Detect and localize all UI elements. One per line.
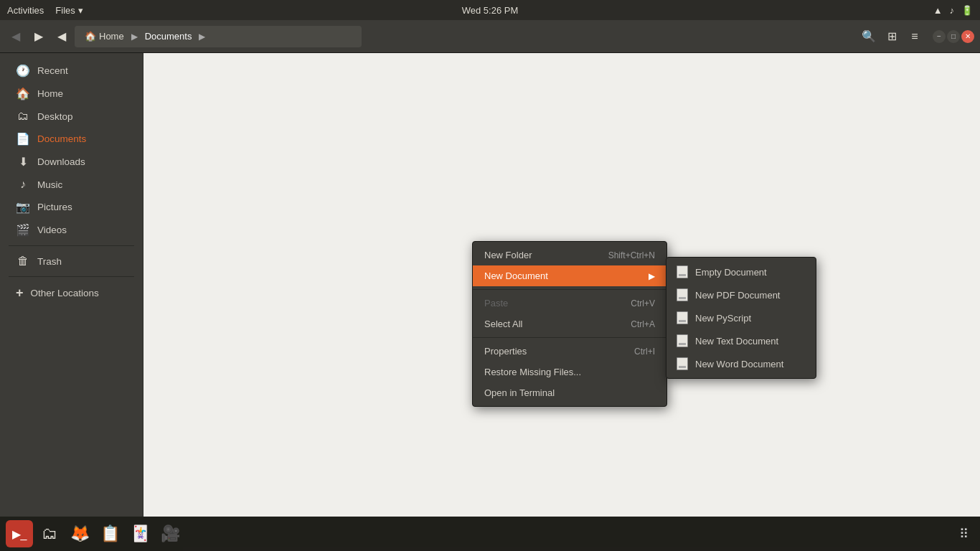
sidebar-recent-label: Recent	[37, 65, 68, 76]
sub-new-pdf[interactable]: New PDF Document	[666, 283, 816, 306]
sub-new-word[interactable]: New Word Document	[666, 352, 816, 375]
taskbar-files[interactable]: 🗂	[36, 520, 63, 547]
battery-icon: 🔋	[961, 5, 973, 16]
ctx-select-all[interactable]: Select All Ctrl+A	[473, 314, 666, 334]
topbar: Activities Files ▾ Wed 5:26 PM ▲ ♪ 🔋	[0, 0, 980, 20]
sidebar-documents-label: Documents	[37, 133, 86, 144]
sub-new-pdf-label: New PDF Document	[695, 290, 780, 301]
ctx-properties[interactable]: Properties Ctrl+I	[473, 341, 666, 362]
sidebar-item-desktop[interactable]: 🗂 Desktop	[4, 105, 138, 127]
taskbar-flashcard[interactable]: 🃏	[126, 520, 154, 547]
ctx-new-document-label: New Document	[484, 270, 548, 281]
search-button[interactable]: 🔍	[858, 26, 880, 47]
home-icon: 🏠	[16, 87, 30, 100]
topbar-datetime: Wed 5:26 PM	[462, 5, 519, 16]
pictures-icon: 📷	[16, 200, 30, 214]
menu-button[interactable]: ≡	[904, 26, 925, 47]
ctx-select-all-shortcut: Ctrl+A	[631, 319, 655, 329]
activities-button[interactable]: Activities	[7, 5, 44, 16]
sidebar-other-locations[interactable]: + Other Locations	[4, 281, 138, 305]
breadcrumb-home-label: Home	[99, 31, 124, 42]
taskbar-notes[interactable]: 📋	[96, 520, 123, 547]
ctx-restore-missing[interactable]: Restore Missing Files...	[473, 362, 666, 382]
window-controls: − □ ✕	[933, 30, 974, 43]
sidebar-item-downloads[interactable]: ⬇ Downloads	[4, 151, 138, 173]
sidebar-item-pictures[interactable]: 📷 Pictures	[4, 196, 138, 218]
add-location-icon: +	[16, 286, 24, 301]
wifi-icon: ▲	[933, 5, 943, 16]
sidebar-trash-label: Trash	[37, 256, 62, 267]
ctx-paste-label: Paste	[484, 298, 508, 309]
sidebar-separator-1	[9, 245, 134, 246]
sub-new-pyscript[interactable]: New PyScript	[666, 306, 816, 329]
sub-new-text-label: New Text Document	[695, 336, 778, 347]
ctx-new-folder-label: New Folder	[484, 250, 532, 260]
trash-icon: 🗑	[16, 255, 30, 268]
sub-new-word-label: New Word Document	[695, 359, 783, 369]
breadcrumb: 🏠 Home ▶ Documents ▶	[75, 26, 362, 47]
main-area: 🕐 Recent 🏠 Home 🗂 Desktop 📄 Documents ⬇ …	[0, 53, 980, 517]
parent-button[interactable]: ◀	[52, 27, 72, 47]
sidebar-downloads-label: Downloads	[37, 156, 85, 167]
file-area[interactable]: Folder is Empty New Folder Shift+Ctrl+N …	[143, 53, 980, 517]
sidebar-separator-2	[9, 276, 134, 277]
minimize-button[interactable]: −	[933, 30, 946, 43]
text-doc-icon	[677, 334, 688, 347]
taskbar-video[interactable]: 🎥	[156, 520, 184, 547]
submenu: Empty Document New PDF Document New PySc…	[666, 257, 816, 379]
forward-button[interactable]: ▶	[29, 27, 49, 47]
files-menu[interactable]: Files ▾	[55, 5, 83, 16]
files-menu-arrow: ▾	[78, 5, 83, 16]
maximize-button[interactable]: □	[947, 30, 960, 43]
sub-new-pyscript-label: New PyScript	[695, 313, 751, 324]
sidebar-home-label: Home	[37, 88, 63, 99]
ctx-properties-shortcut: Ctrl+I	[634, 347, 655, 357]
documents-icon: 📄	[16, 132, 30, 146]
notes-icon: 📋	[100, 524, 120, 543]
sidebar-item-trash[interactable]: 🗑 Trash	[4, 250, 138, 272]
toolbar: ◀ ▶ ◀ 🏠 Home ▶ Documents ▶ 🔍 ⊞ ≡ − □ ✕	[0, 20, 980, 53]
sub-empty-doc[interactable]: Empty Document	[666, 260, 816, 283]
context-menu: New Folder Shift+Ctrl+N New Document ▶ P…	[472, 241, 667, 407]
close-button[interactable]: ✕	[961, 30, 974, 43]
terminal-icon: ▶_	[12, 527, 27, 541]
ctx-new-folder-shortcut: Shift+Ctrl+N	[608, 250, 655, 260]
files-icon: 🗂	[42, 524, 57, 543]
home-icon: 🏠	[85, 31, 96, 42]
sidebar-item-home[interactable]: 🏠 Home	[4, 83, 138, 105]
files-menu-label: Files	[55, 5, 75, 16]
taskbar: ▶_ 🗂 🦊 📋 🃏 🎥 ⠿	[0, 517, 980, 551]
ctx-separator-2	[473, 337, 666, 338]
breadcrumb-documents[interactable]: Documents	[139, 29, 198, 43]
word-doc-icon	[677, 357, 688, 370]
sidebar-item-documents[interactable]: 📄 Documents	[4, 128, 138, 150]
sub-new-text[interactable]: New Text Document	[666, 329, 816, 352]
sub-empty-doc-label: Empty Document	[695, 267, 767, 278]
pyscript-icon	[677, 311, 688, 324]
taskbar-firefox[interactable]: 🦊	[66, 520, 93, 547]
topbar-left: Activities Files ▾	[7, 5, 83, 16]
ctx-open-terminal[interactable]: Open in Terminal	[473, 382, 666, 403]
view-toggle-button[interactable]: ⊞	[881, 26, 903, 47]
desktop-icon: 🗂	[16, 110, 30, 123]
sidebar-videos-label: Videos	[37, 225, 67, 235]
sidebar: 🕐 Recent 🏠 Home 🗂 Desktop 📄 Documents ⬇ …	[0, 53, 143, 517]
ctx-select-all-label: Select All	[484, 319, 522, 329]
sidebar-item-recent[interactable]: 🕐 Recent	[4, 60, 138, 82]
taskbar-terminal[interactable]: ▶_	[6, 520, 33, 547]
back-button[interactable]: ◀	[6, 27, 26, 47]
ctx-new-document[interactable]: New Document ▶	[473, 265, 666, 286]
sidebar-item-videos[interactable]: 🎬 Videos	[4, 219, 138, 241]
firefox-icon: 🦊	[70, 524, 90, 543]
ctx-terminal-label: Open in Terminal	[484, 387, 555, 398]
ctx-paste: Paste Ctrl+V	[473, 293, 666, 314]
app-grid-button[interactable]: ⠿	[953, 523, 974, 545]
ctx-restore-label: Restore Missing Files...	[484, 367, 581, 377]
ctx-new-folder[interactable]: New Folder Shift+Ctrl+N	[473, 245, 666, 265]
breadcrumb-home[interactable]: 🏠 Home	[79, 29, 130, 43]
breadcrumb-separator: ▶	[131, 32, 138, 42]
video-icon: 🎥	[161, 524, 180, 543]
sidebar-item-music[interactable]: ♪ Music	[4, 174, 138, 195]
other-locations-label: Other Locations	[31, 288, 99, 298]
ctx-properties-label: Properties	[484, 346, 527, 357]
